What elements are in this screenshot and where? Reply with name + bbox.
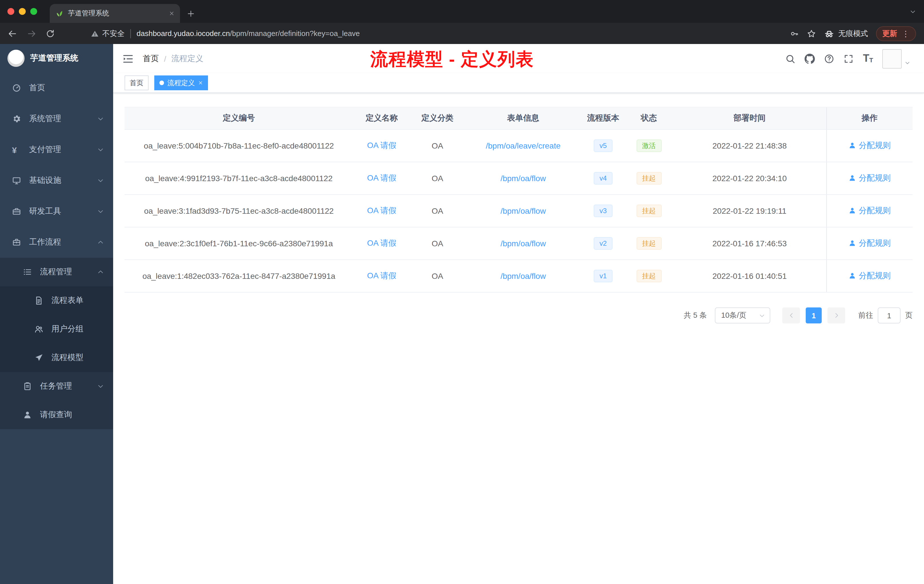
incognito-icon [824, 28, 834, 39]
version-tag: v3 [594, 205, 612, 217]
new-tab-button[interactable] [187, 10, 195, 18]
sidebar-item-process-management[interactable]: 流程管理 [0, 258, 113, 286]
fullscreen-icon[interactable] [844, 53, 854, 64]
user-avatar-menu[interactable] [882, 49, 910, 68]
key-icon[interactable] [790, 29, 799, 38]
active-dot-icon [159, 81, 164, 85]
github-icon[interactable] [805, 53, 815, 64]
deploy-time: 2022-01-16 17:46:53 [713, 239, 787, 248]
person-icon [848, 175, 856, 182]
definition-category: OA [432, 141, 443, 150]
assign-rule-link[interactable]: 分配规则 [848, 173, 891, 183]
status-badge: 挂起 [636, 172, 662, 185]
table-row: oa_leave:2:3c1f0ef1-76b1-11ec-9c66-a2380… [125, 227, 912, 260]
minimize-window-button[interactable] [19, 8, 26, 15]
incognito-badge: 无痕模式 [824, 28, 868, 39]
back-button[interactable] [8, 29, 17, 38]
bookmark-star-icon[interactable] [807, 29, 816, 38]
url-domain: dashboard.yudao.iocoder.cn [137, 29, 230, 38]
definition-name-link[interactable]: OA 请假 [367, 238, 396, 247]
sidebar-item-payment[interactable]: ¥ 支付管理 [0, 134, 113, 165]
tab-favicon-icon [55, 10, 63, 17]
definition-category: OA [432, 271, 443, 280]
briefcase-icon [12, 238, 21, 247]
reload-button[interactable] [46, 29, 55, 38]
question-icon[interactable] [824, 53, 835, 64]
app-frame: 芋道管理系统 首页 系统管理 ¥ 支付管理 [0, 44, 924, 584]
dashboard-icon [12, 83, 21, 92]
sidebar-item-user-group[interactable]: 用户分组 [0, 315, 113, 343]
window-controls [7, 8, 37, 15]
assign-rule-link[interactable]: 分配规则 [848, 238, 891, 249]
assign-rule-link[interactable]: 分配规则 [848, 271, 891, 281]
column-header: 定义分类 [410, 107, 465, 129]
deploy-time: 2022-01-22 19:19:11 [713, 206, 787, 215]
next-page-button[interactable] [827, 307, 845, 323]
chevron-up-icon [97, 269, 104, 276]
definition-id: oa_leave:3:1fad3d93-7b75-11ec-a3c8-acde4… [144, 206, 334, 215]
close-window-button[interactable] [7, 8, 14, 15]
chevron-down-icon [97, 146, 104, 153]
search-icon[interactable] [785, 53, 796, 64]
sidebar-item-system-management[interactable]: 系统管理 [0, 104, 113, 134]
tab-title: 芋道管理系统 [68, 8, 165, 18]
sidebar-item-infrastructure[interactable]: 基础设施 [0, 165, 113, 196]
table-row: oa_leave:3:1fad3d93-7b75-11ec-a3c8-acde4… [125, 195, 912, 227]
sidebar-item-workflow[interactable]: 工作流程 [0, 227, 113, 258]
zoom-window-button[interactable] [30, 8, 37, 15]
definition-name-link[interactable]: OA 请假 [367, 140, 396, 150]
sidebar-item-home[interactable]: 首页 [0, 73, 113, 104]
person-icon [848, 207, 856, 214]
definition-category: OA [432, 174, 443, 183]
tab-close-icon[interactable] [169, 11, 174, 16]
tags-view: 首页 流程定义 [113, 73, 924, 93]
tag-process-definition[interactable]: 流程定义 [154, 76, 208, 90]
form-link[interactable]: /bpm/oa/flow [501, 271, 546, 280]
breadcrumb-home[interactable]: 首页 [143, 53, 159, 64]
definition-name-link[interactable]: OA 请假 [367, 206, 396, 215]
list-icon [23, 267, 32, 277]
person-icon [848, 142, 856, 149]
update-label: 更新 [882, 28, 897, 39]
chevron-down-icon [759, 312, 765, 318]
definition-category: OA [432, 239, 443, 248]
forward-button[interactable] [27, 29, 36, 38]
form-link[interactable]: /bpm/oa/leave/create [486, 141, 561, 150]
sidebar-item-leave-query[interactable]: 请假查询 [0, 401, 113, 429]
sidebar-logo[interactable]: 芋道管理系统 [0, 44, 113, 73]
security-indicator[interactable]: 不安全 [91, 28, 125, 39]
send-icon [34, 353, 43, 362]
sidebar-item-dev-tools[interactable]: 研发工具 [0, 196, 113, 227]
column-header: 流程版本 [582, 107, 625, 129]
goto-label: 前往 [858, 310, 873, 320]
tag-close-icon[interactable] [198, 81, 203, 85]
browser-tab[interactable]: 芋道管理系统 [50, 4, 180, 23]
update-button[interactable]: 更新 ⋮ [876, 26, 916, 41]
assign-rule-link[interactable]: 分配规则 [848, 140, 891, 151]
form-link[interactable]: /bpm/oa/flow [501, 206, 546, 215]
goto-page-input[interactable] [878, 307, 901, 323]
gear-icon [12, 114, 21, 124]
address-bar[interactable]: dashboard.yudao.iocoder.cn/bpm/manager/d… [137, 29, 360, 38]
incognito-label: 无痕模式 [838, 28, 868, 39]
assign-rule-link[interactable]: 分配规则 [848, 206, 891, 216]
breadcrumb-current: 流程定义 [172, 53, 203, 64]
font-size-icon[interactable]: TT [863, 54, 873, 63]
status-badge: 激活 [636, 139, 662, 152]
definition-name-link[interactable]: OA 请假 [367, 271, 396, 280]
page-size-select[interactable]: 10条/页 [715, 307, 770, 323]
menu-fold-icon[interactable] [113, 53, 143, 64]
user-icon [23, 410, 32, 419]
page-number-button[interactable]: 1 [806, 307, 822, 323]
form-link[interactable]: /bpm/oa/flow [501, 239, 546, 248]
chevron-down-icon [97, 383, 104, 390]
browser-menu-icon[interactable]: ⋮ [902, 29, 910, 38]
form-link[interactable]: /bpm/oa/flow [501, 174, 546, 183]
sidebar-item-process-form[interactable]: 流程表单 [0, 286, 113, 315]
sidebar-item-process-model[interactable]: 流程模型 [0, 343, 113, 372]
definition-name-link[interactable]: OA 请假 [367, 173, 396, 182]
sidebar-item-task-management[interactable]: 任务管理 [0, 372, 113, 401]
tab-search-chevron-icon[interactable] [910, 8, 916, 15]
prev-page-button[interactable] [782, 307, 800, 323]
tag-home[interactable]: 首页 [125, 76, 148, 90]
